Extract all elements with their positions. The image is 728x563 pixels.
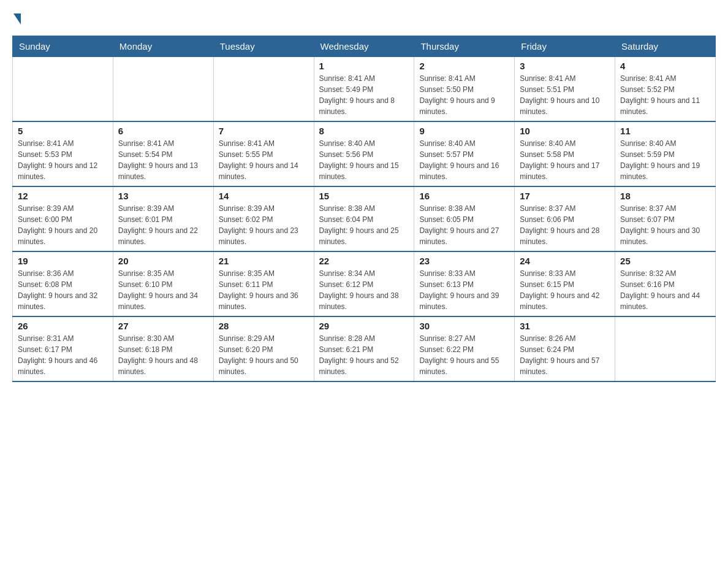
week-row-2: 5Sunrise: 8:41 AM Sunset: 5:53 PM Daylig…	[13, 121, 716, 186]
page-header	[12, 12, 716, 23]
day-number: 24	[520, 256, 610, 266]
day-info: Sunrise: 8:38 AM Sunset: 6:04 PM Dayligh…	[319, 203, 409, 247]
day-number: 7	[219, 126, 309, 136]
day-number: 10	[520, 126, 610, 136]
calendar-cell: 16Sunrise: 8:38 AM Sunset: 6:05 PM Dayli…	[414, 186, 515, 251]
day-number: 11	[620, 126, 710, 136]
day-number: 17	[520, 191, 610, 201]
day-number: 22	[319, 256, 409, 266]
day-number: 1	[319, 61, 409, 71]
day-info: Sunrise: 8:34 AM Sunset: 6:12 PM Dayligh…	[319, 268, 409, 312]
calendar-cell: 13Sunrise: 8:39 AM Sunset: 6:01 PM Dayli…	[113, 186, 213, 251]
calendar-cell: 17Sunrise: 8:37 AM Sunset: 6:06 PM Dayli…	[515, 186, 615, 251]
header-day-saturday: Saturday	[615, 36, 716, 57]
calendar-cell	[113, 57, 213, 122]
day-info: Sunrise: 8:41 AM Sunset: 5:50 PM Dayligh…	[419, 73, 509, 117]
day-number: 15	[319, 191, 409, 201]
calendar-cell: 3Sunrise: 8:41 AM Sunset: 5:51 PM Daylig…	[515, 57, 615, 122]
calendar-header: SundayMondayTuesdayWednesdayThursdayFrid…	[13, 36, 716, 57]
header-day-monday: Monday	[113, 36, 213, 57]
day-number: 26	[18, 321, 108, 331]
day-number: 31	[520, 321, 610, 331]
day-info: Sunrise: 8:39 AM Sunset: 6:00 PM Dayligh…	[18, 203, 108, 247]
day-info: Sunrise: 8:41 AM Sunset: 5:55 PM Dayligh…	[219, 138, 309, 182]
day-info: Sunrise: 8:39 AM Sunset: 6:01 PM Dayligh…	[118, 203, 208, 247]
day-info: Sunrise: 8:32 AM Sunset: 6:16 PM Dayligh…	[620, 268, 710, 312]
day-info: Sunrise: 8:29 AM Sunset: 6:20 PM Dayligh…	[219, 333, 309, 377]
calendar-cell: 19Sunrise: 8:36 AM Sunset: 6:08 PM Dayli…	[13, 251, 113, 316]
calendar-cell: 8Sunrise: 8:40 AM Sunset: 5:56 PM Daylig…	[314, 121, 414, 186]
calendar-cell	[213, 57, 314, 122]
calendar-table: SundayMondayTuesdayWednesdayThursdayFrid…	[12, 36, 716, 382]
header-day-friday: Friday	[515, 36, 615, 57]
calendar-cell: 11Sunrise: 8:40 AM Sunset: 5:59 PM Dayli…	[615, 121, 716, 186]
day-number: 16	[419, 191, 509, 201]
day-info: Sunrise: 8:40 AM Sunset: 5:56 PM Dayligh…	[319, 138, 409, 182]
week-row-4: 19Sunrise: 8:36 AM Sunset: 6:08 PM Dayli…	[13, 251, 716, 316]
day-info: Sunrise: 8:37 AM Sunset: 6:07 PM Dayligh…	[620, 203, 710, 247]
day-info: Sunrise: 8:36 AM Sunset: 6:08 PM Dayligh…	[18, 268, 108, 312]
day-info: Sunrise: 8:40 AM Sunset: 5:59 PM Dayligh…	[620, 138, 710, 182]
day-number: 2	[419, 61, 509, 71]
day-number: 4	[620, 61, 710, 71]
header-day-tuesday: Tuesday	[213, 36, 314, 57]
logo	[12, 12, 22, 23]
day-number: 29	[319, 321, 409, 331]
day-number: 20	[118, 256, 208, 266]
calendar-cell: 7Sunrise: 8:41 AM Sunset: 5:55 PM Daylig…	[213, 121, 314, 186]
day-info: Sunrise: 8:41 AM Sunset: 5:53 PM Dayligh…	[18, 138, 108, 182]
calendar-cell: 18Sunrise: 8:37 AM Sunset: 6:07 PM Dayli…	[615, 186, 716, 251]
day-info: Sunrise: 8:33 AM Sunset: 6:15 PM Dayligh…	[520, 268, 610, 312]
calendar-cell: 14Sunrise: 8:39 AM Sunset: 6:02 PM Dayli…	[213, 186, 314, 251]
calendar-cell: 27Sunrise: 8:30 AM Sunset: 6:18 PM Dayli…	[113, 316, 213, 381]
day-info: Sunrise: 8:26 AM Sunset: 6:24 PM Dayligh…	[520, 333, 610, 377]
day-number: 30	[419, 321, 509, 331]
header-day-sunday: Sunday	[13, 36, 113, 57]
day-number: 13	[118, 191, 208, 201]
calendar-cell: 25Sunrise: 8:32 AM Sunset: 6:16 PM Dayli…	[615, 251, 716, 316]
week-row-5: 26Sunrise: 8:31 AM Sunset: 6:17 PM Dayli…	[13, 316, 716, 381]
day-number: 21	[219, 256, 309, 266]
day-number: 23	[419, 256, 509, 266]
logo-triangle-icon	[13, 13, 21, 25]
day-info: Sunrise: 8:41 AM Sunset: 5:51 PM Dayligh…	[520, 73, 610, 117]
calendar-cell: 9Sunrise: 8:40 AM Sunset: 5:57 PM Daylig…	[414, 121, 515, 186]
day-number: 8	[319, 126, 409, 136]
day-info: Sunrise: 8:39 AM Sunset: 6:02 PM Dayligh…	[219, 203, 309, 247]
calendar-cell	[13, 57, 113, 122]
day-number: 14	[219, 191, 309, 201]
calendar-cell: 15Sunrise: 8:38 AM Sunset: 6:04 PM Dayli…	[314, 186, 414, 251]
day-info: Sunrise: 8:28 AM Sunset: 6:21 PM Dayligh…	[319, 333, 409, 377]
day-number: 6	[118, 126, 208, 136]
day-info: Sunrise: 8:40 AM Sunset: 5:57 PM Dayligh…	[419, 138, 509, 182]
calendar-cell: 1Sunrise: 8:41 AM Sunset: 5:49 PM Daylig…	[314, 57, 414, 122]
header-row: SundayMondayTuesdayWednesdayThursdayFrid…	[13, 36, 716, 57]
calendar-cell: 4Sunrise: 8:41 AM Sunset: 5:52 PM Daylig…	[615, 57, 716, 122]
day-info: Sunrise: 8:31 AM Sunset: 6:17 PM Dayligh…	[18, 333, 108, 377]
day-number: 3	[520, 61, 610, 71]
header-day-thursday: Thursday	[414, 36, 515, 57]
day-info: Sunrise: 8:35 AM Sunset: 6:10 PM Dayligh…	[118, 268, 208, 312]
calendar-cell: 6Sunrise: 8:41 AM Sunset: 5:54 PM Daylig…	[113, 121, 213, 186]
calendar-cell	[615, 316, 716, 381]
day-info: Sunrise: 8:35 AM Sunset: 6:11 PM Dayligh…	[219, 268, 309, 312]
day-number: 9	[419, 126, 509, 136]
day-number: 27	[118, 321, 208, 331]
day-info: Sunrise: 8:30 AM Sunset: 6:18 PM Dayligh…	[118, 333, 208, 377]
day-info: Sunrise: 8:41 AM Sunset: 5:52 PM Dayligh…	[620, 73, 710, 117]
day-number: 25	[620, 256, 710, 266]
calendar-cell: 23Sunrise: 8:33 AM Sunset: 6:13 PM Dayli…	[414, 251, 515, 316]
day-info: Sunrise: 8:37 AM Sunset: 6:06 PM Dayligh…	[520, 203, 610, 247]
calendar-cell: 30Sunrise: 8:27 AM Sunset: 6:22 PM Dayli…	[414, 316, 515, 381]
day-info: Sunrise: 8:41 AM Sunset: 5:49 PM Dayligh…	[319, 73, 409, 117]
calendar-cell: 28Sunrise: 8:29 AM Sunset: 6:20 PM Dayli…	[213, 316, 314, 381]
day-number: 12	[18, 191, 108, 201]
calendar-cell: 20Sunrise: 8:35 AM Sunset: 6:10 PM Dayli…	[113, 251, 213, 316]
calendar-cell: 5Sunrise: 8:41 AM Sunset: 5:53 PM Daylig…	[13, 121, 113, 186]
header-day-wednesday: Wednesday	[314, 36, 414, 57]
calendar-cell: 21Sunrise: 8:35 AM Sunset: 6:11 PM Dayli…	[213, 251, 314, 316]
calendar-cell: 31Sunrise: 8:26 AM Sunset: 6:24 PM Dayli…	[515, 316, 615, 381]
calendar-cell: 12Sunrise: 8:39 AM Sunset: 6:00 PM Dayli…	[13, 186, 113, 251]
day-info: Sunrise: 8:40 AM Sunset: 5:58 PM Dayligh…	[520, 138, 610, 182]
week-row-1: 1Sunrise: 8:41 AM Sunset: 5:49 PM Daylig…	[13, 57, 716, 122]
